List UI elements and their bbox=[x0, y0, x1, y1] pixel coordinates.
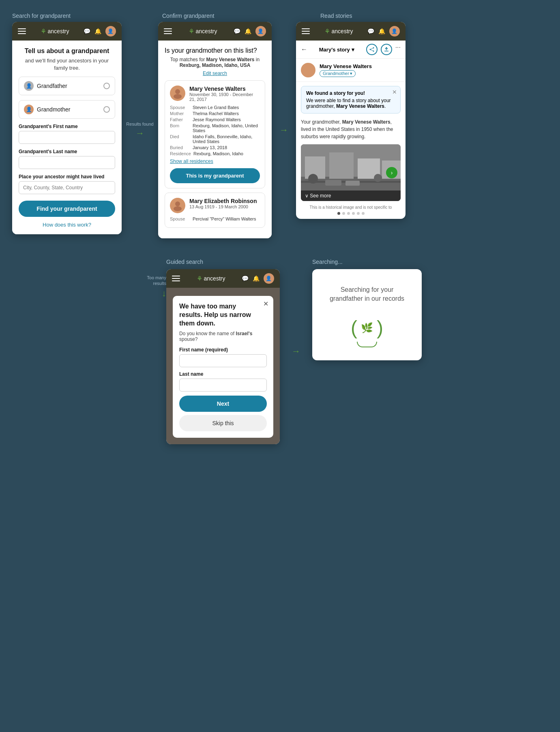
stories-phone-header: ⚘ ancestry 💬 🔔 👤 bbox=[296, 22, 406, 41]
ancestry-logo: ⚘ ancestry bbox=[41, 28, 69, 35]
story-title-nav: Mary's story ▾ bbox=[319, 47, 354, 53]
bell-icon[interactable]: 🔔 bbox=[94, 28, 101, 34]
header-icons: 💬 🔔 👤 bbox=[84, 26, 116, 36]
find-grandparent-button[interactable]: Find your grandparent bbox=[19, 201, 115, 217]
stories-connector: → bbox=[272, 125, 296, 135]
stories-user-avatar[interactable]: 👤 bbox=[389, 26, 400, 36]
guided-bell-icon[interactable]: 🔔 bbox=[253, 275, 260, 282]
confirm-user-avatar[interactable]: 👤 bbox=[255, 26, 266, 36]
grandfather-option[interactable]: 👤 Grandfather bbox=[19, 77, 115, 95]
grandmother-radio[interactable] bbox=[103, 106, 110, 113]
result-name-2: Mary Elizabeth Robinson bbox=[189, 198, 257, 204]
guided-first-name-input[interactable] bbox=[179, 354, 267, 367]
how-does-this-work-link[interactable]: How does this work? bbox=[19, 222, 115, 228]
story-person-header: Mary Venese Walters Grandmother ▾ bbox=[296, 59, 406, 82]
grandmother-label: Grandmother bbox=[37, 106, 70, 113]
search-phone: ⚘ ancestry 💬 🔔 👤 Tell us about a grandpa… bbox=[12, 22, 122, 234]
last-name-input[interactable] bbox=[19, 156, 115, 169]
dot-2[interactable] bbox=[342, 212, 345, 215]
arrow-right-icon-3: → bbox=[292, 346, 300, 357]
too-many-label: Too manyresults bbox=[147, 275, 166, 287]
confirm-title: Is your grandmother on this list? bbox=[165, 47, 265, 54]
svg-point-2 bbox=[175, 201, 180, 206]
guided-last-name-input[interactable] bbox=[179, 379, 267, 392]
confirm-bell-icon[interactable]: 🔔 bbox=[245, 28, 251, 34]
modal-card: ✕ We have too many results. Help us narr… bbox=[173, 296, 273, 438]
grandfather-icon: 👤 bbox=[24, 81, 34, 91]
guided-user-avatar[interactable]: 👤 bbox=[264, 273, 274, 284]
stories-header-icons: 💬 🔔 👤 bbox=[367, 26, 400, 36]
bottom-row: Too manyresults ↓ Guided search ⚘ ancest… bbox=[12, 259, 548, 444]
edit-search-link[interactable]: Edit search bbox=[165, 71, 265, 76]
story-export-icon[interactable] bbox=[381, 44, 392, 55]
dot-6[interactable] bbox=[362, 212, 365, 215]
skip-button[interactable]: Skip this bbox=[179, 415, 267, 431]
modal-title: We have too many results. Help us narrow… bbox=[179, 302, 267, 327]
dot-4[interactable] bbox=[352, 212, 355, 215]
grandmother-option[interactable]: 👤 Grandmother bbox=[19, 100, 115, 119]
next-button[interactable]: Next bbox=[179, 396, 267, 412]
hamburger-icon[interactable] bbox=[18, 28, 26, 34]
first-name-label: Grandparent's First name bbox=[19, 124, 115, 129]
this-is-my-grandparent-button[interactable]: This is my grandparent bbox=[170, 168, 260, 183]
guided-phone-header: ⚘ ancestry 💬 🔔 👤 bbox=[166, 269, 280, 288]
story-found-banner: We found a story for you! ✕ We were able… bbox=[301, 86, 401, 113]
story-next-icon[interactable]: › bbox=[386, 167, 397, 178]
dot-1[interactable] bbox=[337, 212, 340, 215]
confirm-header-icons: 💬 🔔 👤 bbox=[234, 26, 266, 36]
chat-icon[interactable]: 💬 bbox=[84, 28, 90, 34]
stories-bell-icon[interactable]: 🔔 bbox=[378, 28, 385, 34]
result-avatar-2 bbox=[170, 198, 185, 213]
confirm-hamburger-icon[interactable] bbox=[164, 28, 172, 34]
guided-chat-icon[interactable]: 💬 bbox=[242, 275, 249, 282]
svg-rect-12 bbox=[329, 152, 354, 179]
grandmother-icon: 👤 bbox=[24, 105, 34, 114]
dot-5[interactable] bbox=[357, 212, 360, 215]
svg-line-8 bbox=[370, 49, 373, 51]
spinner-leaf-icon: 🌿 bbox=[361, 322, 373, 334]
confirm-logo-text: ancestry bbox=[196, 28, 217, 34]
user-avatar[interactable]: 👤 bbox=[105, 26, 116, 36]
spinner-paren-right: ) bbox=[377, 318, 383, 338]
too-many-results-connector: Too manyresults ↓ bbox=[130, 259, 166, 299]
confirm-phone-header: ⚘ ancestry 💬 🔔 👤 bbox=[158, 22, 272, 41]
dot-3[interactable] bbox=[347, 212, 350, 215]
show-all-residences-link[interactable]: Show all residences bbox=[170, 158, 260, 164]
arrow-right-icon-2: → bbox=[279, 125, 288, 135]
stories-logo-text: ancestry bbox=[332, 28, 353, 34]
stories-hamburger-icon[interactable] bbox=[302, 28, 310, 34]
back-arrow-icon[interactable]: ← bbox=[301, 46, 307, 53]
see-more-button[interactable]: ∨ See more bbox=[305, 193, 331, 199]
result-details-2: Spouse Percival "Percy" William Walters bbox=[170, 216, 260, 221]
svg-rect-17 bbox=[345, 181, 360, 186]
stories-phone: ⚘ ancestry 💬 🔔 👤 ← Mary's story ▾ bbox=[296, 22, 406, 219]
guided-screen-wrapper: Guided search ⚘ ancestry 💬 🔔 👤 bbox=[166, 259, 280, 444]
confirm-phone-body: Is your grandmother on this list? Top ma… bbox=[158, 41, 272, 238]
banner-close-icon[interactable]: ✕ bbox=[392, 89, 397, 95]
stories-screen-wrapper: ⚘ ancestry 💬 🔔 👤 ← Mary's story ▾ bbox=[296, 22, 406, 219]
confirm-leaf-icon: ⚘ bbox=[189, 28, 194, 35]
leaf-icon: ⚘ bbox=[41, 28, 46, 35]
search-label: Search for grandparent bbox=[12, 13, 71, 19]
confirm-label: Confirm grandparent bbox=[162, 13, 214, 19]
searching-label: Searching... bbox=[312, 259, 343, 265]
guided-header-icons: 💬 🔔 👤 bbox=[242, 273, 274, 284]
first-name-input[interactable] bbox=[19, 131, 115, 144]
stories-chat-icon[interactable]: 💬 bbox=[367, 28, 374, 34]
place-input[interactable] bbox=[19, 181, 115, 194]
modal-close-icon[interactable]: ✕ bbox=[263, 300, 268, 308]
story-text: Your grandmother, Mary Venese Walters, l… bbox=[296, 116, 406, 144]
story-dots bbox=[296, 212, 406, 219]
searching-text: Searching for your grandfather in our re… bbox=[330, 285, 404, 304]
guided-ancestry-logo: ⚘ ancestry bbox=[197, 275, 225, 283]
guided-hamburger-icon[interactable] bbox=[172, 276, 180, 281]
arrow-down-icon: ↓ bbox=[162, 288, 166, 299]
guided-label: Guided search bbox=[166, 259, 203, 265]
grandfather-radio[interactable] bbox=[103, 83, 110, 89]
confirm-chat-icon[interactable]: 💬 bbox=[234, 28, 240, 34]
svg-rect-16 bbox=[325, 180, 341, 186]
story-more-icon[interactable]: ··· bbox=[395, 44, 401, 55]
result-dates-1: November 30, 1930 - December 21, 2017 bbox=[189, 92, 260, 102]
guided-first-name-label: First name (required) bbox=[179, 347, 267, 353]
story-share-icon[interactable] bbox=[366, 44, 378, 55]
